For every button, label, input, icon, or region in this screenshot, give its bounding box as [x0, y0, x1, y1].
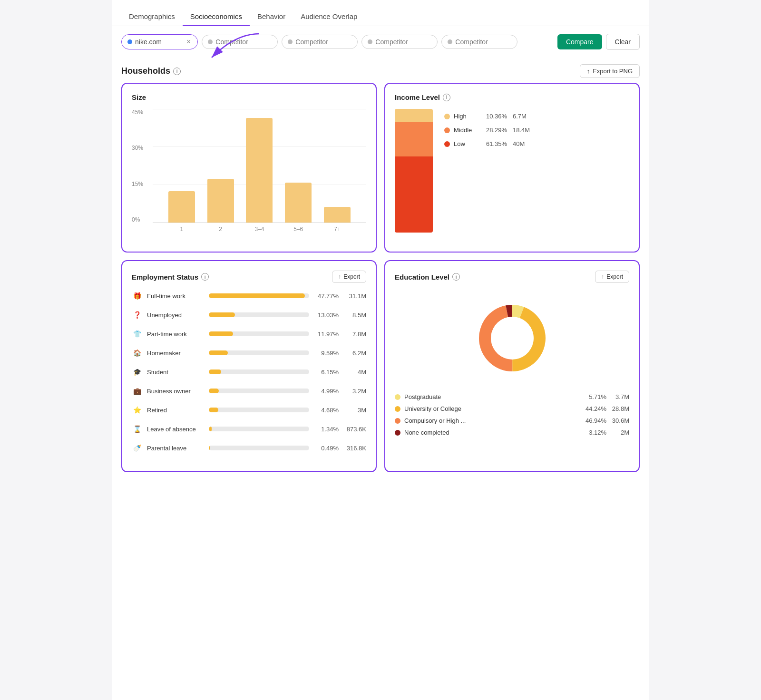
compare-button[interactable]: Compare [557, 34, 602, 49]
employment-card-header: Employment Status i ↑ Export [132, 271, 366, 283]
search-pill-comp3[interactable] [361, 35, 438, 49]
bar [168, 191, 195, 223]
education-title: Education Level i [395, 273, 460, 281]
x-label: 2 [207, 226, 234, 233]
employment-bar-fill [209, 389, 219, 393]
income-legend-dot [444, 141, 450, 147]
pill-dot-comp1 [208, 39, 213, 44]
education-legend-label: Postgraduate [404, 393, 583, 400]
employment-icon: ❓ [132, 310, 142, 320]
employment-bar-fill [209, 331, 233, 336]
export-png-button[interactable]: ↑ Export to PNG [580, 64, 640, 78]
bar-group [207, 179, 234, 223]
nav-tab-demographics[interactable]: Demographics [121, 8, 183, 26]
pill-input-comp1[interactable] [215, 38, 263, 46]
income-legend-item: High10.36%6.7M [444, 113, 530, 120]
employment-label: Full-time work [147, 292, 204, 300]
y-axis: 45% 30% 15% 0% [132, 109, 149, 223]
employment-count: 31.1M [343, 292, 366, 300]
income-legend-dot [444, 127, 450, 133]
pill-input-comp3[interactable] [375, 38, 423, 46]
employment-bar-track [209, 389, 309, 393]
employment-bar-fill [209, 369, 221, 374]
donut-segment [479, 305, 512, 371]
education-legend-pct: 5.71% [586, 393, 606, 400]
employment-bar-fill [209, 427, 212, 431]
employment-label: Business owner [147, 388, 204, 395]
education-legend-item: None completed3.12%2M [395, 429, 629, 436]
income-legend-dot [444, 114, 450, 119]
education-legend-item: Postgraduate5.71%3.7M [395, 393, 629, 400]
households-info-icon[interactable]: i [173, 68, 181, 75]
employment-bar-fill [209, 408, 218, 412]
education-donut-chart [465, 291, 560, 386]
education-donut-container: Postgraduate5.71%3.7MUniversity or Colle… [395, 291, 629, 436]
employment-bar-fill [209, 350, 228, 355]
education-legend-val: 2M [610, 429, 629, 436]
employment-pct: 1.34% [314, 426, 339, 433]
income-legend-val: 6.7M [513, 113, 527, 120]
employment-pct: 9.59% [314, 350, 339, 357]
education-legend-item: Compulsory or High ...46.94%30.6M [395, 417, 629, 424]
bar-group [285, 183, 312, 223]
income-legend-pct: 61.35% [486, 140, 509, 147]
pill-input-comp2[interactable] [295, 38, 343, 46]
education-card-header: Education Level i ↑ Export [395, 271, 629, 283]
income-legend-item: Low61.35%40M [444, 140, 530, 147]
employment-bar-track [209, 427, 309, 431]
size-card: Size 45% 30% 15% 0% [121, 83, 377, 253]
x-label: 1 [168, 226, 195, 233]
employment-item: 👕Part-time work11.97%7.8M [132, 329, 366, 339]
x-label: 7+ [324, 226, 351, 233]
pill-input-nike[interactable] [135, 38, 183, 46]
employment-item: 💼Business owner4.99%3.2M [132, 386, 366, 396]
employment-count: 3.2M [343, 388, 366, 395]
income-segment-high [395, 109, 433, 122]
education-export-button[interactable]: ↑ Export [595, 271, 629, 283]
employment-item: ❓Unemployed13.03%8.5M [132, 310, 366, 320]
employment-bar-fill [209, 312, 235, 317]
employment-bar-track [209, 446, 309, 450]
employment-icon: 🎓 [132, 367, 142, 377]
nav-tab-socioeconomics[interactable]: Socioeconomics [183, 8, 250, 26]
pill-dot-comp3 [368, 39, 372, 44]
employment-label: Student [147, 369, 204, 376]
households-title: Households i [121, 66, 181, 76]
employment-pct: 13.03% [314, 311, 339, 319]
income-info-icon[interactable]: i [443, 94, 450, 101]
income-legend-label: Middle [454, 126, 482, 134]
pill-dot-nike [127, 39, 132, 44]
employment-count: 4M [343, 369, 366, 376]
search-pill-nike[interactable]: × [121, 34, 198, 49]
pill-close-nike[interactable]: × [185, 38, 192, 46]
search-pill-comp1[interactable] [202, 35, 278, 49]
employment-info-icon[interactable]: i [201, 273, 209, 281]
income-legend-val: 40M [513, 140, 525, 147]
employment-count: 7.8M [343, 331, 366, 338]
income-legend-item: Middle28.29%18.4M [444, 126, 530, 134]
search-pill-comp2[interactable] [282, 35, 358, 49]
employment-bar-track [209, 293, 309, 298]
employment-count: 873.6K [343, 426, 366, 433]
main-nav: DemographicsSocioeconomicsBehaviorAudien… [112, 0, 649, 26]
employment-item: 🍼Parental leave0.49%316.8K [132, 443, 366, 453]
employment-pct: 47.77% [314, 292, 339, 300]
search-pill-comp4[interactable] [441, 35, 517, 49]
education-info-icon[interactable]: i [452, 273, 460, 281]
households-cards: Size 45% 30% 15% 0% [112, 83, 649, 260]
employment-export-button[interactable]: ↑ Export [332, 271, 366, 283]
employment-bar-track [209, 350, 309, 355]
nav-tab-audience-overlap[interactable]: Audience Overlap [293, 8, 365, 26]
education-level-card: Education Level i ↑ Export Postgraduate5… [384, 260, 640, 472]
education-legend-label: University or College [404, 405, 582, 412]
clear-button[interactable]: Clear [606, 34, 640, 50]
employment-icon: 💼 [132, 386, 142, 396]
pill-input-comp4[interactable] [455, 38, 503, 46]
pill-dot-comp4 [448, 39, 452, 44]
education-legend-item: University or College44.24%28.8M [395, 405, 629, 412]
education-legend-dot [395, 406, 400, 412]
employment-label: Unemployed [147, 311, 204, 319]
x-label: 5–6 [285, 226, 312, 233]
employment-pct: 6.15% [314, 369, 339, 376]
nav-tab-behavior[interactable]: Behavior [250, 8, 293, 26]
